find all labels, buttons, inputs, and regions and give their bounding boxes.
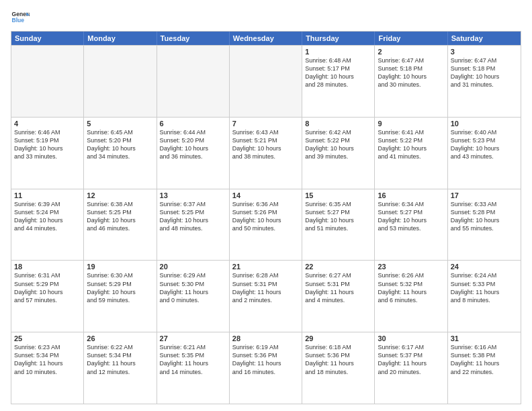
cell-info: Sunrise: 6:26 AMSunset: 5:32 PMDaylight:…	[378, 271, 444, 304]
cell-info: Sunrise: 6:23 AMSunset: 5:34 PMDaylight:…	[14, 343, 81, 376]
header-cell-thursday: Thursday	[302, 32, 375, 45]
cell-info: Sunrise: 6:39 AMSunset: 5:24 PMDaylight:…	[14, 200, 81, 233]
cal-cell: 6Sunrise: 6:44 AMSunset: 5:20 PMDaylight…	[157, 118, 230, 189]
cell-info: Sunrise: 6:35 AMSunset: 5:27 PMDaylight:…	[305, 200, 371, 233]
cal-cell: 14Sunrise: 6:36 AMSunset: 5:26 PMDayligh…	[230, 189, 302, 261]
cell-info: Sunrise: 6:27 AMSunset: 5:31 PMDaylight:…	[305, 271, 371, 304]
day-number: 7	[232, 120, 299, 128]
day-number: 1	[305, 48, 371, 56]
day-number: 10	[451, 120, 518, 128]
cal-cell: 27Sunrise: 6:21 AMSunset: 5:35 PMDayligh…	[157, 332, 230, 404]
day-number: 16	[378, 191, 444, 199]
day-number: 21	[232, 263, 299, 271]
header-cell-monday: Monday	[84, 32, 157, 45]
day-number: 23	[378, 263, 444, 271]
day-number: 2	[378, 48, 444, 56]
day-number: 18	[14, 263, 81, 271]
cal-cell: 7Sunrise: 6:43 AMSunset: 5:21 PMDaylight…	[230, 118, 302, 189]
day-number: 27	[160, 334, 226, 342]
cal-cell: 13Sunrise: 6:37 AMSunset: 5:25 PMDayligh…	[157, 189, 230, 261]
cell-info: Sunrise: 6:18 AMSunset: 5:36 PMDaylight:…	[305, 343, 371, 376]
cal-cell: 9Sunrise: 6:41 AMSunset: 5:22 PMDaylight…	[375, 118, 447, 189]
cal-cell: 21Sunrise: 6:28 AMSunset: 5:31 PMDayligh…	[230, 261, 302, 332]
day-number: 29	[305, 334, 371, 342]
logo-icon: General Blue	[11, 8, 30, 27]
cal-cell: 23Sunrise: 6:26 AMSunset: 5:32 PMDayligh…	[375, 261, 447, 332]
day-number: 15	[305, 191, 371, 199]
header-cell-wednesday: Wednesday	[230, 32, 302, 45]
day-number: 24	[451, 263, 518, 271]
day-number: 13	[160, 191, 226, 199]
cal-row-3: 18Sunrise: 6:31 AMSunset: 5:29 PMDayligh…	[11, 260, 521, 332]
cal-cell: 22Sunrise: 6:27 AMSunset: 5:31 PMDayligh…	[302, 261, 375, 332]
day-number: 20	[160, 263, 226, 271]
cell-info: Sunrise: 6:47 AMSunset: 5:18 PMDaylight:…	[378, 56, 444, 89]
cal-cell: 3Sunrise: 6:47 AMSunset: 5:18 PMDaylight…	[448, 46, 521, 117]
cell-info: Sunrise: 6:48 AMSunset: 5:17 PMDaylight:…	[305, 56, 371, 89]
cal-cell: 19Sunrise: 6:30 AMSunset: 5:29 PMDayligh…	[84, 261, 157, 332]
cal-cell: 18Sunrise: 6:31 AMSunset: 5:29 PMDayligh…	[11, 261, 84, 332]
cal-cell: 28Sunrise: 6:19 AMSunset: 5:36 PMDayligh…	[230, 332, 302, 404]
cell-info: Sunrise: 6:29 AMSunset: 5:30 PMDaylight:…	[160, 271, 226, 304]
svg-text:Blue: Blue	[12, 17, 25, 24]
page: General Blue SundayMondayTuesdayWednesda…	[0, 0, 532, 411]
cal-cell	[84, 46, 157, 117]
cal-cell: 4Sunrise: 6:46 AMSunset: 5:19 PMDaylight…	[11, 118, 84, 189]
day-number: 5	[87, 120, 153, 128]
cal-cell: 20Sunrise: 6:29 AMSunset: 5:30 PMDayligh…	[157, 261, 230, 332]
cell-info: Sunrise: 6:41 AMSunset: 5:22 PMDaylight:…	[378, 128, 444, 161]
cal-cell: 15Sunrise: 6:35 AMSunset: 5:27 PMDayligh…	[302, 189, 375, 261]
cal-cell: 29Sunrise: 6:18 AMSunset: 5:36 PMDayligh…	[302, 332, 375, 404]
cal-cell: 12Sunrise: 6:38 AMSunset: 5:25 PMDayligh…	[84, 189, 157, 261]
cell-info: Sunrise: 6:21 AMSunset: 5:35 PMDaylight:…	[160, 343, 226, 376]
header-cell-friday: Friday	[375, 32, 447, 45]
cell-info: Sunrise: 6:30 AMSunset: 5:29 PMDaylight:…	[87, 271, 153, 304]
day-number: 22	[305, 263, 371, 271]
cal-cell	[157, 46, 230, 117]
header-cell-saturday: Saturday	[448, 32, 521, 45]
cal-row-1: 4Sunrise: 6:46 AMSunset: 5:19 PMDaylight…	[11, 117, 521, 189]
day-number: 12	[87, 191, 153, 199]
cal-cell	[230, 46, 302, 117]
logo: General Blue	[11, 8, 32, 27]
cell-info: Sunrise: 6:24 AMSunset: 5:33 PMDaylight:…	[451, 271, 518, 304]
day-number: 19	[87, 263, 153, 271]
cell-info: Sunrise: 6:38 AMSunset: 5:25 PMDaylight:…	[87, 200, 153, 233]
cal-row-2: 11Sunrise: 6:39 AMSunset: 5:24 PMDayligh…	[11, 189, 521, 261]
cal-cell: 16Sunrise: 6:34 AMSunset: 5:27 PMDayligh…	[375, 189, 447, 261]
day-number: 4	[14, 120, 81, 128]
day-number: 28	[232, 334, 299, 342]
cell-info: Sunrise: 6:40 AMSunset: 5:23 PMDaylight:…	[451, 128, 518, 161]
cell-info: Sunrise: 6:44 AMSunset: 5:20 PMDaylight:…	[160, 128, 226, 161]
day-number: 30	[378, 334, 444, 342]
cal-cell: 24Sunrise: 6:24 AMSunset: 5:33 PMDayligh…	[448, 261, 521, 332]
cal-cell: 17Sunrise: 6:33 AMSunset: 5:28 PMDayligh…	[448, 189, 521, 261]
cal-row-4: 25Sunrise: 6:23 AMSunset: 5:34 PMDayligh…	[11, 332, 521, 404]
header-cell-sunday: Sunday	[11, 32, 84, 45]
calendar-header: SundayMondayTuesdayWednesdayThursdayFrid…	[11, 32, 521, 45]
cal-cell: 8Sunrise: 6:42 AMSunset: 5:22 PMDaylight…	[302, 118, 375, 189]
cell-info: Sunrise: 6:37 AMSunset: 5:25 PMDaylight:…	[160, 200, 226, 233]
cal-cell: 10Sunrise: 6:40 AMSunset: 5:23 PMDayligh…	[448, 118, 521, 189]
cal-cell: 5Sunrise: 6:45 AMSunset: 5:20 PMDaylight…	[84, 118, 157, 189]
cell-info: Sunrise: 6:28 AMSunset: 5:31 PMDaylight:…	[232, 271, 299, 304]
cell-info: Sunrise: 6:19 AMSunset: 5:36 PMDaylight:…	[232, 343, 299, 376]
day-number: 8	[305, 120, 371, 128]
day-number: 11	[14, 191, 81, 199]
day-number: 25	[14, 334, 81, 342]
cell-info: Sunrise: 6:33 AMSunset: 5:28 PMDaylight:…	[451, 200, 518, 233]
day-number: 9	[378, 120, 444, 128]
cell-info: Sunrise: 6:22 AMSunset: 5:34 PMDaylight:…	[87, 343, 153, 376]
day-number: 26	[87, 334, 153, 342]
calendar: SundayMondayTuesdayWednesdayThursdayFrid…	[11, 31, 521, 404]
day-number: 6	[160, 120, 226, 128]
cell-info: Sunrise: 6:31 AMSunset: 5:29 PMDaylight:…	[14, 271, 81, 304]
cal-cell	[11, 46, 84, 117]
header: General Blue	[11, 8, 521, 27]
cal-cell: 11Sunrise: 6:39 AMSunset: 5:24 PMDayligh…	[11, 189, 84, 261]
header-cell-tuesday: Tuesday	[157, 32, 230, 45]
cal-row-0: 1Sunrise: 6:48 AMSunset: 5:17 PMDaylight…	[11, 45, 521, 117]
cell-info: Sunrise: 6:34 AMSunset: 5:27 PMDaylight:…	[378, 200, 444, 233]
cell-info: Sunrise: 6:45 AMSunset: 5:20 PMDaylight:…	[87, 128, 153, 161]
cal-cell: 26Sunrise: 6:22 AMSunset: 5:34 PMDayligh…	[84, 332, 157, 404]
